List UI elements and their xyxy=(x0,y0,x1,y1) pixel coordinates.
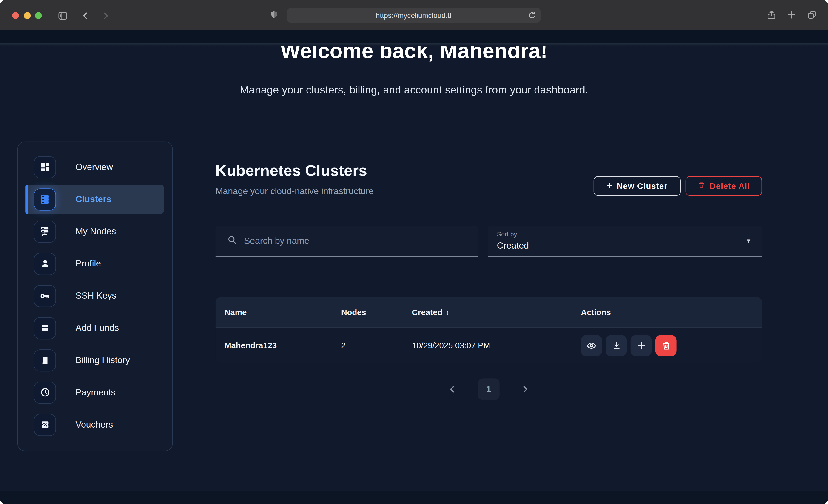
sidebar-item-my-nodes[interactable]: My Nodes xyxy=(25,217,164,246)
footer-band xyxy=(0,491,828,504)
cluster-nodes: 2 xyxy=(341,341,412,350)
col-name: Name xyxy=(224,307,341,317)
prev-page-button[interactable] xyxy=(448,385,457,394)
search-field[interactable] xyxy=(215,226,479,257)
sidebar-item-vouchers[interactable]: Vouchers xyxy=(25,410,164,439)
download-kubeconfig-button[interactable] xyxy=(606,335,627,356)
sort-arrows-icon: ↕ xyxy=(446,308,449,317)
new-tab-icon[interactable] xyxy=(786,9,797,20)
zoom-window-button[interactable] xyxy=(35,12,42,19)
close-window-button[interactable] xyxy=(12,12,19,19)
address-bar[interactable]: https://myceliumcloud.tf xyxy=(287,8,541,23)
section-title: Kubernetes Clusters xyxy=(215,162,368,179)
sidebar-item-clusters[interactable]: Clusters xyxy=(25,185,164,214)
tab-overview-icon[interactable] xyxy=(806,9,818,20)
add-node-button[interactable] xyxy=(631,335,652,356)
receipt-icon xyxy=(34,349,56,371)
page-subtitle: Manage your clusters, billing, and accou… xyxy=(0,83,828,96)
sidebar-toggle-icon[interactable] xyxy=(57,10,68,21)
share-icon[interactable] xyxy=(766,9,777,20)
sidebar-item-label: Vouchers xyxy=(76,419,113,430)
sidebar: Overview Clusters xyxy=(17,141,173,451)
overview-icon xyxy=(34,156,56,178)
ticket-icon xyxy=(34,414,56,435)
sidebar-item-label: Overview xyxy=(76,162,113,172)
trash-icon xyxy=(698,181,705,192)
table-header: Name Nodes Created↕ Actions xyxy=(215,297,762,327)
page-number[interactable]: 1 xyxy=(478,378,500,400)
sort-label: Sort by xyxy=(497,230,517,238)
sort-dropdown[interactable]: Sort by Created ▼ xyxy=(488,226,762,257)
table-row: Mahendra123 2 10/29/2025 03:07 PM xyxy=(215,327,762,363)
sidebar-item-payments[interactable]: Payments xyxy=(25,378,164,407)
browser-window: https://myceliumcloud.tf xyxy=(0,0,828,504)
reload-icon[interactable] xyxy=(527,10,537,20)
minimize-window-button[interactable] xyxy=(24,12,31,19)
new-cluster-button[interactable]: + New Cluster xyxy=(593,176,681,196)
sidebar-item-label: Billing History xyxy=(76,355,130,366)
cluster-created: 10/29/2025 03:07 PM xyxy=(412,341,581,350)
forward-button[interactable] xyxy=(100,10,111,21)
sidebar-item-billing-history[interactable]: Billing History xyxy=(25,346,164,375)
search-icon xyxy=(227,235,237,247)
sidebar-item-label: SSH Keys xyxy=(76,291,117,301)
sidebar-item-label: Add Funds xyxy=(76,323,119,333)
cluster-name: Mahendra123 xyxy=(224,341,341,350)
browser-toolbar: https://myceliumcloud.tf xyxy=(0,0,828,31)
url-text: https://myceliumcloud.tf xyxy=(376,11,452,19)
screenshot-stage: https://myceliumcloud.tf xyxy=(0,0,828,504)
clusters-table: Name Nodes Created↕ Actions Mahendra123 … xyxy=(215,297,762,363)
nodes-icon xyxy=(34,220,56,242)
sidebar-item-add-funds[interactable]: Add Funds xyxy=(25,313,164,342)
delete-all-button[interactable]: Delete All xyxy=(686,176,762,196)
sidebar-item-label: Payments xyxy=(76,387,116,397)
pagination: 1 xyxy=(215,378,762,400)
delete-cluster-button[interactable] xyxy=(655,335,676,356)
hero-title-wrap: Welcome back, Mahendra! xyxy=(0,46,828,66)
sidebar-item-ssh-keys[interactable]: SSH Keys xyxy=(25,282,164,310)
col-actions: Actions xyxy=(581,307,762,317)
search-input[interactable] xyxy=(243,235,456,247)
sidebar-item-label: My Nodes xyxy=(76,226,116,237)
section-subtitle: Manage your cloud-native infrastructure xyxy=(215,186,374,197)
sidebar-item-label: Profile xyxy=(76,258,101,269)
sidebar-item-profile[interactable]: Profile xyxy=(25,249,164,278)
key-icon xyxy=(34,285,56,307)
plus-icon: + xyxy=(607,180,613,192)
sidebar-item-label: Clusters xyxy=(76,194,112,204)
clusters-icon xyxy=(34,188,56,210)
chevron-down-icon: ▼ xyxy=(746,238,751,244)
col-nodes: Nodes xyxy=(341,307,412,317)
page-title: Welcome back, Mahendra! xyxy=(0,46,828,63)
privacy-shield-icon xyxy=(268,9,279,20)
wallet-icon xyxy=(34,317,56,339)
view-cluster-button[interactable] xyxy=(581,335,602,356)
clock-icon xyxy=(34,381,56,404)
back-button[interactable] xyxy=(80,10,91,21)
profile-icon xyxy=(34,252,56,275)
sort-value: Created xyxy=(497,241,529,251)
page-top-band xyxy=(0,30,828,46)
next-page-button[interactable] xyxy=(521,385,530,394)
col-created-sort[interactable]: Created↕ xyxy=(412,307,581,317)
sidebar-item-overview[interactable]: Overview xyxy=(25,153,164,181)
